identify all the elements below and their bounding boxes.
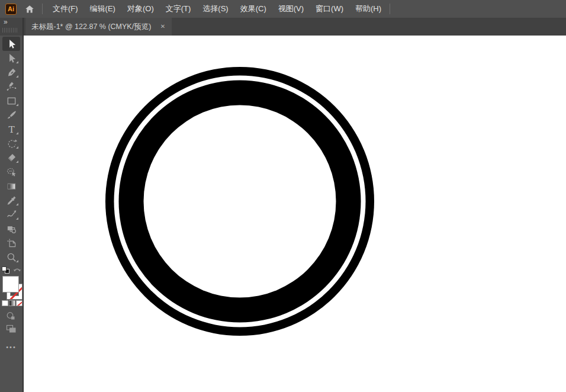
- drawing-mode-button[interactable]: [6, 311, 16, 323]
- menu-edit[interactable]: 编辑(E): [84, 0, 121, 18]
- swap-arrow-icon: [12, 265, 22, 274]
- paintbrush-icon: [6, 110, 17, 121]
- apply-gradient-button[interactable]: [9, 300, 15, 306]
- eraser-icon: [6, 152, 17, 163]
- apply-none-button[interactable]: [16, 300, 22, 306]
- gradient-icon: [6, 181, 17, 192]
- menu-help[interactable]: 帮助(H): [349, 0, 387, 18]
- artboard-tool-button[interactable]: [2, 236, 20, 250]
- eraser-tool-button[interactable]: [2, 150, 20, 165]
- panel-grip-handle[interactable]: [2, 28, 18, 33]
- rectangle-icon: [6, 95, 17, 107]
- direct-selection-arrow-icon: [6, 53, 17, 64]
- tools-panel: T: [0, 36, 24, 392]
- gradient-tool-button[interactable]: [2, 179, 20, 193]
- svg-text:T: T: [8, 124, 14, 134]
- zoom-magnifier-icon: [6, 252, 17, 263]
- selection-tool-button[interactable]: [2, 37, 20, 51]
- curvature-tool-button[interactable]: [2, 79, 20, 94]
- tab-bar-empty-space: [172, 18, 566, 36]
- document-tab[interactable]: 未标题-1* @ 122.87 % (CMYK/预览) ✕: [25, 18, 172, 36]
- menu-view[interactable]: 视图(V): [272, 0, 310, 18]
- menu-separator: [390, 4, 390, 14]
- type-tool-button[interactable]: T: [2, 122, 20, 136]
- rotate-icon: [6, 138, 17, 149]
- selection-arrow-icon: [6, 38, 17, 50]
- default-fill-stroke-icon: [1, 266, 11, 275]
- ring-artwork[interactable]: [24, 36, 565, 392]
- apply-color-button[interactable]: [2, 300, 8, 306]
- draw-normal-mode-icon: [6, 311, 16, 321]
- tab-close-icon[interactable]: ✕: [159, 23, 167, 31]
- menu-select[interactable]: 选择(S): [197, 0, 234, 18]
- eyedropper-icon: [6, 195, 17, 206]
- eyedropper-tool-button[interactable]: [2, 193, 20, 207]
- tab-bar: » 未标题-1* @ 122.87 % (CMYK/预览) ✕: [0, 18, 566, 36]
- artboard-icon: [6, 237, 17, 249]
- curvature-pen-icon: [6, 81, 17, 92]
- menu-effect[interactable]: 效果(C): [234, 0, 272, 18]
- pen-icon: [6, 67, 17, 78]
- zoom-tool-button[interactable]: [2, 250, 20, 264]
- expand-panel-icon[interactable]: »: [4, 18, 7, 25]
- menu-type[interactable]: 文字(T): [160, 0, 197, 18]
- width-tool-button[interactable]: [2, 207, 20, 221]
- shaper-bubble-icon: [6, 166, 17, 178]
- pen-tool-button[interactable]: [2, 65, 20, 79]
- rectangle-tool-button[interactable]: [2, 94, 20, 108]
- type-icon: T: [6, 124, 17, 135]
- toolbar-panel-header: »: [0, 18, 24, 36]
- paintbrush-tool-button[interactable]: [2, 108, 20, 122]
- menu-object[interactable]: 对象(O): [121, 0, 160, 18]
- screen-mode-button[interactable]: [6, 324, 17, 336]
- home-icon: [24, 4, 35, 14]
- illustrator-logo-icon[interactable]: Ai: [5, 4, 17, 15]
- fill-color-swatch[interactable]: [2, 276, 19, 293]
- menu-bar: Ai 文件(F) 编辑(E) 对象(O) 文字(T) 选择(S) 效果(C) 视…: [0, 0, 566, 18]
- menu-window[interactable]: 窗口(W): [310, 0, 349, 18]
- menu-file[interactable]: 文件(F): [47, 0, 84, 18]
- menu-separator: [42, 4, 43, 14]
- home-button[interactable]: [24, 4, 35, 14]
- apply-color-buttons: [2, 300, 22, 306]
- shape-builder-icon: [6, 223, 17, 234]
- shaper-tool-button[interactable]: [2, 165, 20, 179]
- shape-builder-tool-button[interactable]: [2, 221, 20, 236]
- screen-mode-icon: [6, 324, 17, 333]
- artboard-canvas[interactable]: [24, 36, 566, 392]
- width-squiggle-icon: [6, 209, 17, 220]
- document-tab-title: 未标题-1* @ 122.87 % (CMYK/预览): [31, 22, 155, 32]
- direct-selection-tool-button[interactable]: [2, 51, 20, 65]
- edit-toolbar-button[interactable]: •••: [0, 343, 22, 351]
- rotate-tool-button[interactable]: [2, 136, 20, 150]
- swap-fill-stroke-button[interactable]: [12, 265, 22, 277]
- artwork-ring[interactable]: [144, 105, 336, 298]
- tool-list: T: [0, 36, 22, 264]
